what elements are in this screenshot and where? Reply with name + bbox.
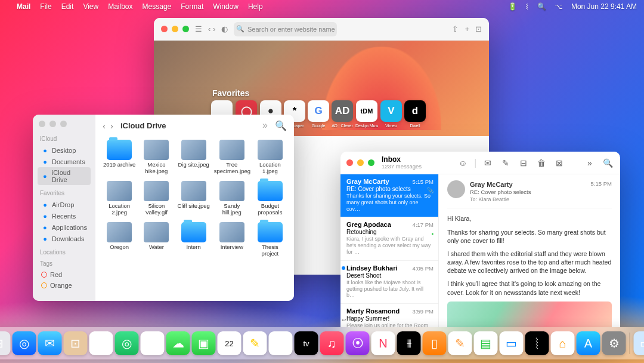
battery-icon[interactable]: 🔋 [508,2,517,11]
menu-format[interactable]: Format [181,2,203,11]
menu-file[interactable]: File [40,2,51,11]
trash-icon[interactable]: 🗑 [535,158,548,168]
clock[interactable]: Mon Jun 22 9:41 AM [571,2,637,11]
file-item[interactable]: Location 1.jpeg [253,140,287,175]
new-tab-icon[interactable]: + [465,24,469,33]
app-menu[interactable]: Mail [17,2,30,11]
dock-notes[interactable]: ✎ [243,331,267,355]
file-item[interactable]: Silicon Valley.gif [140,181,173,216]
dock-pages[interactable]: ✎ [448,331,472,355]
close-button[interactable] [161,26,168,32]
file-item[interactable]: Interview [214,222,250,257]
favorite-design-museum[interactable]: tDMDesign Museum [355,100,378,128]
sidebar-item-icloud-drive[interactable]: ●iCloud Drive [38,167,91,185]
sidebar-item-orange[interactable]: Orange [38,280,91,291]
new-mail-icon[interactable]: ✉ [481,158,494,168]
forward-button[interactable]: › [110,121,113,131]
file-item[interactable]: Budget proposals [253,181,287,216]
file-item[interactable]: Oregon [103,222,136,257]
file-item[interactable]: Cliff site.jpeg [177,181,210,216]
dock-calendar[interactable]: 22 [218,331,242,355]
dock-news[interactable]: N [371,331,395,355]
favorite-dwell[interactable]: dDwell [404,100,426,128]
favorite-vimeo[interactable]: VVimeo [380,100,402,128]
filter-icon[interactable]: ☺ [456,158,469,168]
shield-icon[interactable]: ◐ [221,24,228,33]
file-item[interactable]: Sandy hill.jpeg [214,181,250,216]
file-item[interactable]: Mexico hike.jpeg [140,140,173,175]
dock-numbers[interactable]: ▤ [474,331,498,355]
dock-stocks[interactable]: ⫵ [397,331,421,355]
dock-app-store[interactable]: A [577,331,600,355]
search-icon[interactable]: 🔍 [601,158,614,168]
dock-maps[interactable]: ➤ [89,331,113,355]
search-icon[interactable]: 🔍 [275,120,287,131]
menu-message[interactable]: Message [143,2,172,11]
dock-launchpad[interactable]: ⊞ [0,331,11,355]
message-row[interactable]: Greg Apodaca4:17 PMRetouchingKiara, I ju… [340,217,438,260]
dock-keynote[interactable]: ▭ [500,331,524,355]
file-item[interactable]: Thesis project [253,222,287,257]
zoom-button[interactable] [60,121,67,127]
close-button[interactable] [346,159,353,166]
dock-mail[interactable]: ✉ [38,331,62,355]
back-forward-icon[interactable]: ‹ › [208,24,215,33]
dock-safari[interactable]: ◎ [13,331,36,355]
archive-icon[interactable]: ⊟ [517,158,530,168]
dock-contacts[interactable]: ⊡ [64,331,88,355]
file-item[interactable]: Dig site.jpeg [177,140,210,175]
url-field[interactable]: 🔍 Search or enter website name [234,22,337,36]
message-row[interactable]: Lindsey Bukhari4:05 PMDesert ShootIt loo… [340,261,438,304]
sidebar-item-recents[interactable]: ●Recents [38,210,91,222]
file-item[interactable]: Tree specimen.jpeg [214,140,250,175]
dock-messages[interactable]: ☁ [166,331,190,355]
menu-view[interactable]: View [83,2,98,11]
dock-home[interactable]: ⌂ [551,331,575,355]
sidebar-item-airdrop[interactable]: ●AirDrop [38,199,91,210]
menu-mailbox[interactable]: Mailbox [108,2,132,11]
zoom-button[interactable] [368,159,374,166]
dock-facetime[interactable]: ▣ [192,331,216,355]
junk-icon[interactable]: ⊠ [553,158,566,168]
file-item[interactable]: 2019 archive [103,140,136,175]
minimize-button[interactable] [49,121,56,127]
menu-edit[interactable]: Edit [61,2,74,11]
share-icon[interactable]: ⇧ [452,24,459,33]
zoom-button[interactable] [182,26,189,32]
file-item[interactable]: Location 2.jpeg [103,181,136,216]
dock-voice-memos[interactable]: ⦚ [525,331,549,355]
message-row[interactable]: Gray McCarty5:15 PMRE: Cover photo selec… [340,174,438,217]
favorite-ad-clever[interactable]: ADAD | Clever [332,100,353,128]
dock-reminders[interactable]: ☰ [269,331,293,355]
search-icon[interactable]: 🔍 [537,2,546,11]
more-icon[interactable]: » [262,120,268,131]
sidebar-item-desktop[interactable]: ●Desktop [38,144,91,156]
control-center-icon[interactable]: ⌥ [555,2,563,11]
favorite-google[interactable]: GGoogle [308,100,329,128]
file-item[interactable]: Water [140,222,173,257]
dock-podcasts[interactable]: ⦿ [346,331,370,355]
sidebar-toggle-icon[interactable]: ☰ [195,24,202,33]
file-item[interactable]: Intern [177,222,210,257]
wifi-icon[interactable]: ⧙ [525,2,529,11]
sidebar-item-documents[interactable]: ●Documents [38,156,91,167]
sidebar-item-applications[interactable]: ●Applications [38,222,91,233]
minimize-button[interactable] [172,26,178,32]
dock-music[interactable]: ♫ [320,331,344,355]
menu-window[interactable]: Window [213,2,239,11]
compose-icon[interactable]: ✎ [499,158,512,168]
close-button[interactable] [39,121,45,127]
dock-books[interactable]: ▯ [423,331,447,355]
sidebar-item-red[interactable]: Red [38,269,91,280]
dock-system-preferences[interactable]: ⚙ [602,331,626,355]
more-icon[interactable]: » [583,158,596,168]
back-button[interactable]: ‹ [103,121,106,131]
dock-downloads[interactable]: ▭ [634,331,645,355]
sidebar-item-downloads[interactable]: ●Downloads [38,233,91,244]
menu-help[interactable]: Help [248,2,263,11]
tabs-icon[interactable]: ⊡ [475,24,482,33]
minimize-button[interactable] [357,159,364,166]
dock-tv[interactable]: tv [295,331,318,355]
dock-photos[interactable]: ✿ [141,331,165,355]
dock-find-my[interactable]: ◎ [115,331,139,355]
